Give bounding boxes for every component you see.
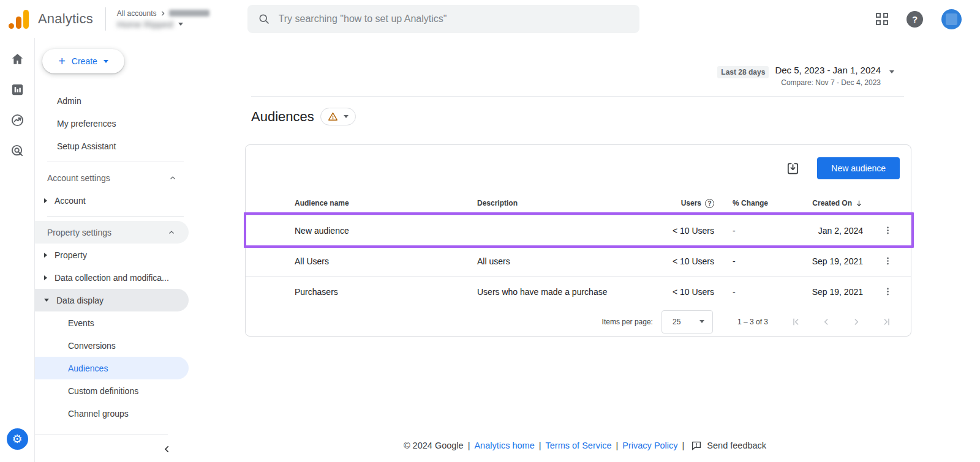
expand-arrow-icon[interactable] [44,253,47,258]
sidebar-item-property[interactable]: Property [35,244,190,266]
download-icon [786,162,800,176]
admin-sidebar: + Create Admin My preferences Setup Assi… [35,38,190,462]
sidebar-item-audiences[interactable]: Audiences [35,357,189,379]
sidebar-item-channel-groups[interactable]: Channel groups [35,402,190,425]
header-description[interactable]: Description [477,199,661,207]
home-icon[interactable] [10,51,24,66]
help-icon[interactable]: ? [907,11,923,28]
items-per-page-label: Items per page: [602,318,653,326]
cell-created: Jan 2, 2024 [772,226,863,236]
sidebar-item-account[interactable]: Account [35,189,190,212]
download-button[interactable] [783,159,802,178]
expand-arrow-icon[interactable] [44,275,47,280]
header-audience-name[interactable]: Audience name [295,199,477,207]
sidebar-item-admin[interactable]: Admin [35,89,190,112]
chevron-down-icon [699,320,704,323]
cell-description: All users [477,256,661,266]
redacted-account-name [169,10,209,17]
top-bar: Analytics All accounts Home Ripped ? [0,0,980,38]
chevron-left-icon [163,445,172,453]
first-page-button[interactable] [791,317,801,327]
pagination-range: 1 – 3 of 3 [737,318,768,326]
header-users[interactable]: Users [681,199,701,207]
divider [105,7,106,31]
avatar[interactable] [941,9,962,29]
reports-icon[interactable] [10,82,24,97]
warning-icon [328,111,338,122]
admin-gear-icon[interactable]: ⚙ [7,428,28,450]
feedback-icon [691,440,702,451]
chevron-down-icon [104,60,108,63]
privacy-policy-link[interactable]: Privacy Policy [622,441,677,450]
sort-descending-icon[interactable] [855,199,863,207]
cell-users: < 10 Users [661,256,714,266]
chevron-up-icon [169,174,176,182]
nav-rail: ⚙ [0,38,35,462]
create-button[interactable]: + Create [42,49,124,73]
pagination-bar: Items per page: 25 1 – 3 of 3 [246,307,911,336]
cell-audience-name[interactable]: New audience [295,226,477,236]
search-input[interactable] [279,13,629,24]
sidebar-item-my-preferences[interactable]: My preferences [35,112,190,135]
table-header-row: Audience name Description Users ? % Chan… [246,192,911,215]
search-bar[interactable] [247,5,639,33]
expand-arrow-icon[interactable] [44,198,47,203]
cell-audience-name[interactable]: All Users [295,256,477,266]
chevron-right-icon [160,10,166,17]
cell-created: Sep 19, 2021 [772,256,863,266]
send-feedback-button[interactable]: Send feedback [691,440,766,451]
collapse-sidebar-button[interactable] [35,445,185,453]
chevron-down-icon [344,115,349,118]
sidebar-item-custom-definitions[interactable]: Custom definitions [35,379,190,402]
header-percent-change[interactable]: % Change [714,199,772,207]
main-content: Last 28 days Dec 5, 2023 - Jan 1, 2024 C… [190,38,980,462]
cell-change: - [714,256,772,266]
divider [251,96,904,97]
sidebar-item-events[interactable]: Events [35,311,190,334]
analytics-logo[interactable]: Analytics [6,10,93,29]
date-range-picker[interactable]: Last 28 days Dec 5, 2023 - Jan 1, 2024 C… [190,65,894,87]
new-audience-button[interactable]: New audience [817,157,900,179]
row-menu-button[interactable] [863,256,912,266]
warning-dropdown[interactable] [320,108,356,125]
audiences-card: New audience Audience name Description U… [245,144,911,337]
cell-created: Sep 19, 2021 [772,287,863,297]
last-page-button[interactable] [881,317,891,327]
section-account-settings[interactable]: Account settings [35,166,190,189]
help-tooltip-icon[interactable]: ? [705,199,714,208]
analytics-home-link[interactable]: Analytics home [474,441,534,450]
copyright-text: © 2024 Google [404,441,464,450]
table-row[interactable]: Purchasers Users who have made a purchas… [246,276,911,307]
table-row[interactable]: All Users All users < 10 Users - Sep 19,… [246,245,911,276]
header-created-on[interactable]: Created On [812,199,852,207]
terms-of-service-link[interactable]: Terms of Service [546,441,612,450]
sidebar-item-data-display[interactable]: Data display [35,289,189,311]
breadcrumb[interactable]: All accounts [117,9,157,18]
sidebar-item-data-collection[interactable]: Data collection and modifica... [35,266,190,289]
collapse-arrow-icon[interactable] [44,299,49,302]
advertising-icon[interactable] [10,143,24,158]
next-page-button[interactable] [851,317,861,327]
account-switcher[interactable]: All accounts Home Ripped [117,9,209,29]
chevron-down-icon [889,70,894,73]
table-row[interactable]: New audience < 10 Users - Jan 2, 2024 [246,215,911,245]
sidebar-item-conversions[interactable]: Conversions [35,334,190,357]
date-range-text: Dec 5, 2023 - Jan 1, 2024 [775,65,881,75]
chevron-down-icon [178,23,183,26]
property-name[interactable]: Home Ripped [117,19,173,29]
section-property-settings[interactable]: Property settings [35,221,189,244]
row-menu-button[interactable] [863,225,912,236]
chevron-up-icon [168,229,175,236]
cell-audience-name[interactable]: Purchasers [295,287,477,297]
kebab-menu-icon [883,256,893,266]
items-per-page-select[interactable]: 25 [662,310,713,333]
sidebar-item-setup-assistant[interactable]: Setup Assistant [35,135,190,157]
analytics-logo-icon [9,10,31,29]
prev-page-button[interactable] [821,317,831,327]
explore-icon[interactable] [10,113,24,127]
row-menu-button[interactable] [863,286,912,297]
plus-icon: + [58,55,66,67]
date-compare-text: Compare: Nov 7 - Dec 4, 2023 [775,78,881,87]
org-switcher-icon[interactable] [876,13,888,25]
cell-users: < 10 Users [661,287,714,297]
